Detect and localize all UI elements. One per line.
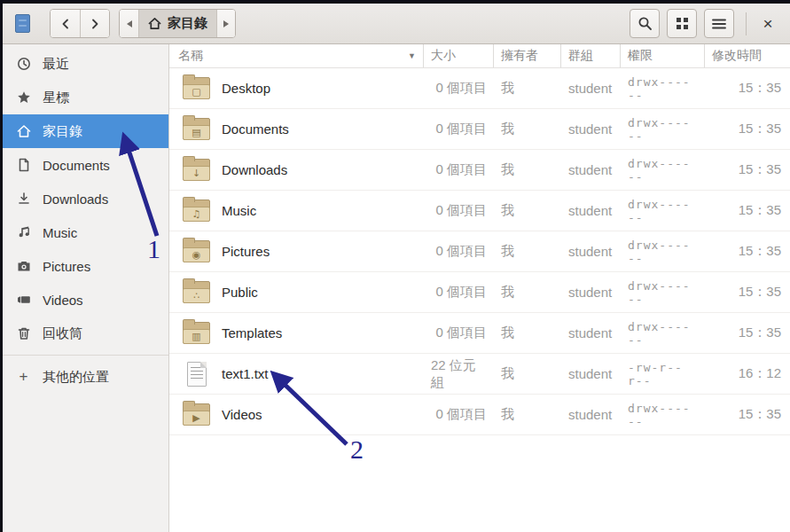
sidebar-item-videos[interactable]: Videos xyxy=(3,283,168,317)
file-row-documents[interactable]: ▤Documents 0 個項目 我 student drwx------ 15… xyxy=(169,109,790,150)
column-label: 權限 xyxy=(628,48,653,64)
sidebar-item-home[interactable]: 家目錄 xyxy=(3,114,168,148)
sidebar-item-other-locations[interactable]: + 其他的位置 xyxy=(3,360,168,394)
file-modified: 15：35 xyxy=(705,191,790,231)
file-modified: 16：12 xyxy=(705,354,790,394)
file-list-view: 名稱 ▼ 大小 擁有者 群組 權限 修改時間 ▢Desktop 0 個項目 我 … xyxy=(169,44,790,532)
emblem-download-icon: ↓ xyxy=(183,166,210,180)
places-sidebar: 最近 星標 家目錄 Documents xyxy=(3,44,169,532)
file-perms: drwx------ xyxy=(621,395,705,434)
sidebar-item-trash[interactable]: 回收筒 xyxy=(3,317,168,350)
folder-icon: ▤ xyxy=(183,118,210,140)
file-perms: drwx------ xyxy=(621,231,705,271)
path-button-home[interactable]: 家目錄 xyxy=(138,10,216,37)
camera-icon xyxy=(16,259,31,274)
file-owner: 我 xyxy=(494,68,561,108)
sidebar-item-documents[interactable]: Documents xyxy=(3,148,168,182)
file-row-public[interactable]: ∴Public 0 個項目 我 student drwx------ 15：35 xyxy=(169,272,790,313)
file-perms: drwx------ xyxy=(621,68,705,108)
path-bar: 家目錄 xyxy=(119,9,236,38)
folder-icon: ♫ xyxy=(183,200,210,222)
file-name: Music xyxy=(222,203,256,218)
triangle-left-icon xyxy=(126,20,133,28)
forward-button[interactable] xyxy=(80,10,109,37)
sidebar-item-downloads[interactable]: Downloads xyxy=(3,182,168,215)
file-name: Videos xyxy=(222,407,262,422)
sidebar-item-pictures[interactable]: Pictures xyxy=(3,249,168,283)
column-header-owner[interactable]: 擁有者 xyxy=(494,44,561,67)
file-group: student xyxy=(561,354,621,394)
column-label: 大小 xyxy=(431,48,456,64)
column-label: 群組 xyxy=(568,48,593,64)
file-perms: drwx------ xyxy=(621,272,705,312)
column-header-name[interactable]: 名稱 ▼ xyxy=(169,44,424,67)
grid-view-button[interactable] xyxy=(667,9,697,38)
file-perms: drwx------ xyxy=(621,150,705,190)
path-scroll-left-button[interactable] xyxy=(120,10,138,37)
file-row-music[interactable]: ♫Music 0 個項目 我 student drwx------ 15：35 xyxy=(169,191,790,231)
sidebar-item-starred[interactable]: 星標 xyxy=(3,81,168,114)
back-button[interactable] xyxy=(51,10,80,37)
path-scroll-right-button[interactable] xyxy=(216,10,235,37)
file-size: 0 個項目 xyxy=(424,68,494,108)
file-owner: 我 xyxy=(494,272,561,312)
emblem-share-icon: ∴ xyxy=(183,288,210,302)
hamburger-menu-icon xyxy=(712,18,726,30)
column-label: 修改時間 xyxy=(712,48,762,64)
file-name: Documents xyxy=(222,121,289,137)
column-header-perms[interactable]: 權限 xyxy=(621,44,705,67)
file-modified: 15：35 xyxy=(705,109,790,149)
file-modified: 15：35 xyxy=(705,68,790,108)
download-icon xyxy=(16,192,31,207)
folder-icon: ◉ xyxy=(183,240,210,262)
folder-icon: ▢ xyxy=(183,77,210,99)
file-row-videos[interactable]: ▶Videos 0 個項目 我 student drwx------ 15：35 xyxy=(169,395,790,435)
plus-icon: + xyxy=(16,370,31,385)
grid-view-icon xyxy=(676,17,689,30)
column-header-group[interactable]: 群組 xyxy=(561,44,621,67)
folder-icon: ▥ xyxy=(183,322,210,344)
file-row-pictures[interactable]: ◉Pictures 0 個項目 我 student drwx------ 15：… xyxy=(169,231,790,272)
file-name: text1.txt xyxy=(222,366,269,381)
column-label: 擁有者 xyxy=(501,48,538,64)
file-owner: 我 xyxy=(494,231,561,271)
file-modified: 15：35 xyxy=(705,231,790,271)
triangle-right-icon xyxy=(223,20,230,28)
file-size: 22 位元組 xyxy=(424,354,494,394)
column-label: 名稱 xyxy=(178,48,203,64)
file-row-downloads[interactable]: ↓Downloads 0 個項目 我 student drwx------ 15… xyxy=(169,150,790,191)
file-name: Public xyxy=(222,285,258,300)
nav-button-group xyxy=(50,9,110,38)
search-button[interactable] xyxy=(630,9,660,38)
emblem-template-icon: ▥ xyxy=(183,329,210,343)
file-group: student xyxy=(561,150,621,190)
file-size: 0 個項目 xyxy=(424,231,494,271)
sidebar-item-label: Pictures xyxy=(43,259,90,274)
video-camera-icon xyxy=(16,293,31,308)
sidebar-item-recent[interactable]: 最近 xyxy=(3,47,168,81)
file-owner: 我 xyxy=(494,109,561,149)
document-icon xyxy=(16,158,31,173)
sidebar-item-label: Videos xyxy=(43,293,83,308)
emblem-video-icon: ▶ xyxy=(183,411,210,425)
sidebar-item-music[interactable]: Music xyxy=(3,215,168,249)
column-header-modified[interactable]: 修改時間 xyxy=(705,44,790,67)
sidebar-item-label: 家目錄 xyxy=(43,123,82,140)
file-name: Desktop xyxy=(222,81,270,96)
column-header-size[interactable]: 大小 xyxy=(424,44,494,67)
hamburger-menu-button[interactable] xyxy=(704,9,734,38)
file-owner: 我 xyxy=(494,313,561,353)
file-row-desktop[interactable]: ▢Desktop 0 個項目 我 student drwx------ 15：3… xyxy=(169,68,790,109)
file-row-text1-txt[interactable]: text1.txt 22 位元組 我 student -rw-r--r-- 16… xyxy=(169,354,790,395)
file-row-templates[interactable]: ▥Templates 0 個項目 我 student drwx------ 15… xyxy=(169,313,790,354)
files-app-icon xyxy=(15,14,30,33)
file-modified: 15：35 xyxy=(705,395,790,434)
file-modified: 15：35 xyxy=(705,150,790,190)
file-size: 0 個項目 xyxy=(424,395,494,434)
file-group: student xyxy=(561,313,621,353)
file-size: 0 個項目 xyxy=(424,313,494,353)
close-window-button[interactable]: × xyxy=(755,11,781,37)
emblem-documents-icon: ▤ xyxy=(183,125,210,139)
file-group: student xyxy=(561,191,621,231)
file-name: Downloads xyxy=(222,162,287,177)
